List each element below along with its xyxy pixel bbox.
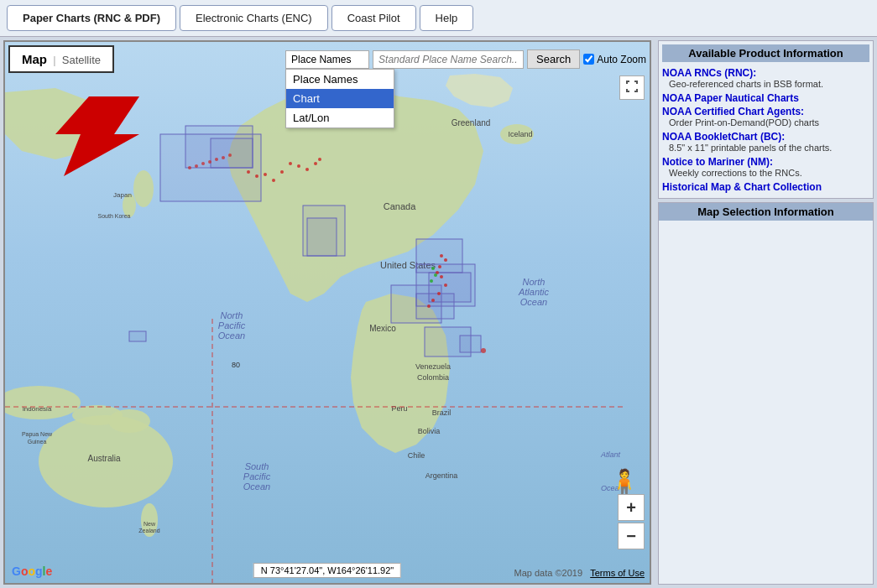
info-panel-header: Available Product Information <box>662 44 869 62</box>
tab-paper-charts[interactable]: Paper Charts (RNC & PDF) <box>7 5 176 31</box>
rnc-link[interactable]: NOAA RNCs (RNC): <box>662 67 869 79</box>
top-navigation: Paper Charts (RNC & PDF) Electronic Char… <box>0 0 877 37</box>
dropdown-menu: Place Names Chart Lat/Lon <box>285 69 394 128</box>
certified-agents-sub: Order Print-on-Demand(POD) charts <box>669 117 869 127</box>
certified-agents-item: NOAA Certified Chart Agents: Order Print… <box>662 106 869 127</box>
notice-mariner-item: Notice to Mariner (NM): Weekly correctio… <box>662 156 869 178</box>
map-data-label: Map data ©2019 <box>514 568 583 578</box>
zoom-controls: + − <box>618 494 645 549</box>
map-selection-header: Map Selection Information <box>659 203 873 221</box>
map-label[interactable]: Map <box>22 52 47 66</box>
dropdown-chart[interactable]: Chart <box>286 89 394 108</box>
booklet-chart-item: NOAA BookletChart (BC): 8.5" x 11" print… <box>662 131 869 153</box>
notice-mariner-sub: Weekly corrections to the RNCs. <box>669 168 869 178</box>
main-content: North Pacific Ocean North Atlantic Ocean… <box>0 37 877 588</box>
satellite-label[interactable]: Satellite <box>62 54 101 66</box>
rnc-info-item: NOAA RNCs (RNC): Geo-referenced charts i… <box>662 67 869 89</box>
certified-agents-link[interactable]: NOAA Certified Chart Agents: <box>662 106 869 117</box>
coordinates-display: N 73°41'27.04", W164°26'11.92" <box>253 563 401 578</box>
map-container[interactable]: North Pacific Ocean North Atlantic Ocean… <box>3 40 651 585</box>
rnc-sub: Geo-referenced charts in BSB format. <box>669 79 869 89</box>
auto-zoom-text: Auto Zoom <box>597 54 646 65</box>
map-selection-content[interactable] <box>659 221 873 584</box>
search-type-dropdown-wrapper: Place Names Chart Lat/Lon Place Names Ch… <box>285 50 369 69</box>
booklet-chart-link[interactable]: NOAA BookletChart (BC): <box>662 131 869 143</box>
auto-zoom-toggle[interactable]: Auto Zoom <box>583 54 646 65</box>
fullscreen-button[interactable] <box>619 75 645 100</box>
auto-zoom-checkbox[interactable] <box>583 54 594 65</box>
tab-coast-pilot[interactable]: Coast Pilot <box>331 5 416 31</box>
search-section: Place Names Chart Lat/Lon Place Names Ch… <box>285 49 646 69</box>
map-mode-container: Map | Satellite <box>8 45 114 73</box>
historical-map-link[interactable]: Historical Map & Chart Collection <box>662 181 869 193</box>
booklet-chart-sub: 8.5" x 11" printable panels of the chart… <box>669 143 869 153</box>
paper-charts-item: NOAA Paper Nautical Charts <box>662 92 869 104</box>
terms-of-use-link[interactable]: Terms of Use <box>590 568 645 578</box>
search-type-select[interactable]: Place Names Chart Lat/Lon <box>285 50 369 69</box>
dropdown-place-names[interactable]: Place Names <box>286 70 394 89</box>
available-info-panel: Available Product Information NOAA RNCs … <box>658 40 874 199</box>
tab-help[interactable]: Help <box>420 5 474 31</box>
search-button[interactable]: Search <box>527 49 580 69</box>
map-toolbar: Map | Satellite Place Names Chart Lat/Lo… <box>8 45 646 73</box>
notice-mariner-link[interactable]: Notice to Mariner (NM): <box>662 156 869 168</box>
google-logo: Google <box>12 565 52 578</box>
zoom-in-button[interactable]: + <box>618 494 645 521</box>
paper-charts-link[interactable]: NOAA Paper Nautical Charts <box>662 92 869 104</box>
dropdown-lat-lon[interactable]: Lat/Lon <box>286 108 394 127</box>
right-panel: Available Product Information NOAA RNCs … <box>655 37 877 588</box>
search-input[interactable] <box>373 50 524 69</box>
tab-electronic-charts[interactable]: Electronic Charts (ENC) <box>180 5 328 31</box>
zoom-out-button[interactable]: − <box>618 523 645 549</box>
map-selection-panel: Map Selection Information <box>658 202 874 585</box>
historical-map-item: Historical Map & Chart Collection <box>662 181 869 193</box>
